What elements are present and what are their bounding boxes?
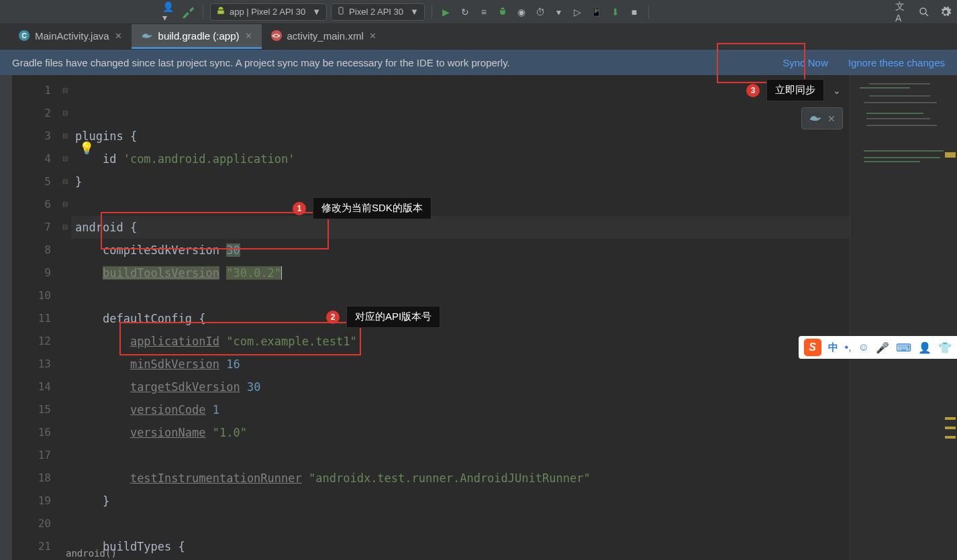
avd-icon[interactable]: 📱 (589, 5, 604, 19)
breadcrumb[interactable]: android() (59, 547, 123, 560)
chevron-down-icon: ▼ (312, 7, 321, 17)
device-icon (337, 6, 345, 17)
annotation-3: 3 立即同步 ⌄ (746, 79, 844, 101)
annotation-3-label: 立即同步 (766, 79, 824, 101)
fold-toggle[interactable]: ⊟ (59, 193, 71, 216)
tab-label: build.gradle (:app) (158, 30, 240, 42)
apply-code-icon[interactable]: ≡ (476, 5, 491, 19)
split-handle[interactable] (843, 75, 850, 560)
run-configuration-select[interactable]: app | Pixel 2 API 30 ▼ (210, 3, 327, 21)
close-icon[interactable]: ✕ (245, 31, 252, 41)
tab-label: activity_main.xml (287, 30, 364, 42)
fold-toggle[interactable]: ⊟ (59, 170, 71, 193)
ime-lang[interactable]: 中 (828, 341, 838, 354)
sdk-icon[interactable]: ⬇ (608, 5, 623, 19)
device-select[interactable]: Pixel 2 API 30 ▼ (331, 3, 425, 21)
translate-icon[interactable]: 文A (895, 5, 910, 19)
svg-point-1 (920, 8, 926, 14)
svg-rect-0 (339, 7, 343, 14)
play-hollow-icon[interactable]: ▷ (570, 5, 585, 19)
badge-2: 2 (326, 311, 340, 324)
user-icon[interactable]: 👤▾ (162, 5, 177, 19)
apply-changes-icon[interactable]: ↻ (458, 5, 472, 19)
line-number-gutter: 123 456 789 101112 131415 161718 192021 (12, 75, 59, 560)
android-icon (216, 6, 225, 17)
annotation-1-label: 修改为当前SDK的版本 (313, 197, 432, 219)
ime-user-icon[interactable]: 👤 (918, 341, 931, 354)
sync-now-link[interactable]: Sync Now (783, 57, 828, 68)
chevron-down-icon[interactable]: ⌄ (829, 83, 844, 98)
sogou-logo-icon[interactable]: S (804, 339, 821, 356)
annotation-2: 2 对应的API版本号 (326, 306, 440, 328)
fold-toggle[interactable]: ⊟ (59, 216, 71, 239)
stop-icon[interactable]: ■ (627, 5, 642, 19)
more-icon[interactable]: ▾ (552, 5, 566, 19)
ignore-changes-link[interactable]: Ignore these changes (848, 57, 945, 68)
intention-bulb-icon[interactable]: 💡 (79, 141, 94, 156)
fold-gutter: ⊟ ⊟ ⊟ ⊟ ⊟ ⊟ ⊟ (59, 75, 71, 560)
search-icon[interactable] (917, 5, 931, 19)
gradle-sync-icon[interactable] (809, 112, 822, 125)
fold-toggle[interactable]: ⊟ (59, 79, 71, 102)
close-icon[interactable]: ✕ (827, 113, 836, 124)
fold-toggle[interactable]: ⊟ (59, 102, 71, 125)
chevron-down-icon: ▼ (410, 7, 419, 17)
badge-1: 1 (293, 202, 306, 215)
annotation-2-label: 对应的API版本号 (346, 306, 440, 328)
code-editor[interactable]: 123 456 789 101112 131415 161718 192021 … (0, 75, 957, 560)
close-icon[interactable]: ✕ (369, 31, 376, 41)
ime-emoji-icon[interactable]: ☺ (858, 341, 869, 353)
coverage-icon[interactable]: ◉ (514, 5, 529, 19)
gradle-icon (141, 30, 153, 42)
tab-label: MainActivity.java (35, 30, 109, 42)
notification-message: Gradle files have changed since last pro… (12, 57, 510, 68)
tab-mainactivity[interactable]: C MainActivity.java ✕ (9, 24, 132, 49)
device-label: Pixel 2 API 30 (349, 7, 403, 17)
fold-toggle[interactable]: ⊟ (59, 125, 71, 148)
editor-minimap[interactable] (850, 75, 957, 560)
annotation-1: 1 修改为当前SDK的版本 (293, 197, 432, 219)
run-icon[interactable]: ▶ (439, 5, 454, 19)
ime-toolbar[interactable]: S 中 •, ☺ 🎤 ⌨ 👤 👕 (799, 336, 957, 359)
gradle-sync-popup: ✕ (801, 107, 843, 129)
code-area[interactable]: plugins { id 'com.android.application' }… (71, 75, 850, 560)
profile-icon[interactable]: ⏱ (533, 5, 548, 19)
gradle-sync-notification: Gradle files have changed since last pro… (0, 50, 957, 75)
ime-punct-icon[interactable]: •, (845, 341, 852, 353)
hammer-icon[interactable] (181, 5, 196, 19)
run-config-label: app | Pixel 2 API 30 (230, 7, 305, 17)
settings-icon[interactable] (938, 5, 953, 19)
close-icon[interactable]: ✕ (115, 31, 122, 41)
ime-keyboard-icon[interactable]: ⌨ (896, 341, 911, 354)
badge-3: 3 (746, 84, 760, 97)
ime-voice-icon[interactable]: 🎤 (876, 341, 889, 354)
tab-activity-main-xml[interactable]: <> activity_main.xml ✕ (262, 24, 386, 49)
fold-toggle[interactable]: ⊟ (59, 148, 71, 170)
tab-build-gradle[interactable]: build.gradle (:app) ✕ (132, 24, 262, 49)
class-icon: C (19, 30, 30, 41)
svg-line-2 (925, 13, 928, 16)
xml-icon: <> (271, 30, 282, 41)
debug-icon[interactable] (495, 5, 510, 19)
ime-skin-icon[interactable]: 👕 (938, 341, 952, 354)
editor-tabs: C MainActivity.java ✕ build.gradle (:app… (0, 24, 957, 50)
main-toolbar: 👤▾ app | Pixel 2 API 30 ▼ Pixel 2 API 30… (0, 0, 957, 24)
